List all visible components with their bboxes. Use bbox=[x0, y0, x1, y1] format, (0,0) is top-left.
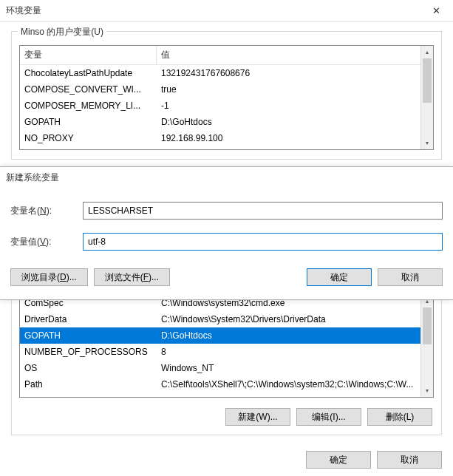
main-footer-buttons: 确定 取消 bbox=[306, 451, 442, 469]
name-input[interactable] bbox=[83, 202, 443, 220]
main-cancel-button[interactable]: 取消 bbox=[377, 451, 442, 469]
scroll-down-icon[interactable]: ▾ bbox=[421, 137, 433, 149]
value-row: 变量值(V): bbox=[0, 233, 453, 251]
scrollbar-vertical[interactable]: ▴ ▾ bbox=[420, 295, 433, 397]
col-header-value[interactable]: 值 bbox=[157, 46, 433, 64]
name-row: 变量名(N): bbox=[0, 202, 453, 220]
scroll-thumb[interactable] bbox=[423, 58, 432, 103]
table-row[interactable]: GOPATHD:\GoHtdocs bbox=[20, 114, 433, 130]
sys-vars-group: ComSpecC:\Windows\system32\cmd.exe Drive… bbox=[11, 294, 442, 435]
table-row[interactable]: ChocolateyLastPathUpdate1321924317676086… bbox=[20, 65, 433, 81]
dialog-buttons: 浏览目录(D)... 浏览文件(F)... 确定 取消 bbox=[0, 268, 453, 286]
browse-file-button[interactable]: 浏览文件(F)... bbox=[94, 268, 170, 286]
user-vars-body: ChocolateyLastPathUpdate1321924317676086… bbox=[20, 65, 433, 146]
browse-dir-button[interactable]: 浏览目录(D)... bbox=[10, 268, 88, 286]
scrollbar-vertical[interactable]: ▴ ▾ bbox=[420, 46, 433, 149]
new-button[interactable]: 新建(W)... bbox=[225, 408, 290, 426]
delete-button[interactable]: 删除(L) bbox=[367, 408, 432, 426]
user-vars-label: Minso 的用户变量(U) bbox=[18, 26, 106, 38]
col-header-name[interactable]: 变量 bbox=[20, 46, 157, 64]
table-row[interactable]: NO_PROXY192.168.99.100 bbox=[20, 130, 433, 146]
value-label: 变量值(V): bbox=[10, 236, 83, 248]
scroll-up-icon[interactable]: ▴ bbox=[421, 46, 433, 58]
name-label: 变量名(N): bbox=[10, 205, 83, 217]
sys-vars-body: ComSpecC:\Windows\system32\cmd.exe Drive… bbox=[20, 295, 433, 392]
edit-button[interactable]: 编辑(I)... bbox=[296, 408, 361, 426]
value-input[interactable] bbox=[83, 233, 443, 251]
window-titlebar: 环境变量 ✕ bbox=[0, 0, 453, 22]
user-vars-group: Minso 的用户变量(U) 变量 值 ChocolateyLastPathUp… bbox=[11, 31, 442, 160]
table-header: 变量 值 bbox=[20, 46, 433, 65]
table-row[interactable]: NUMBER_OF_PROCESSORS8 bbox=[20, 344, 433, 360]
table-row[interactable]: OSWindows_NT bbox=[20, 360, 433, 376]
scroll-thumb[interactable] bbox=[423, 307, 432, 344]
ok-button[interactable]: 确定 bbox=[307, 268, 372, 286]
cancel-button[interactable]: 取消 bbox=[378, 268, 443, 286]
table-row[interactable]: DriverDataC:\Windows\System32\Drivers\Dr… bbox=[20, 311, 433, 327]
table-row[interactable]: GOPATHD:\GoHtdocs bbox=[20, 327, 433, 344]
sys-vars-buttons: 新建(W)... 编辑(I)... 删除(L) bbox=[19, 408, 434, 426]
close-button[interactable]: ✕ bbox=[420, 0, 453, 22]
sys-vars-table[interactable]: ComSpecC:\Windows\system32\cmd.exe Drive… bbox=[19, 294, 434, 398]
user-vars-table[interactable]: 变量 值 ChocolateyLastPathUpdate13219243176… bbox=[19, 45, 434, 150]
table-row[interactable]: PathC:\Self\tools\XShell7\;C:\Windows\sy… bbox=[20, 376, 433, 392]
table-row[interactable]: COMPOSER_MEMORY_LI...-1 bbox=[20, 98, 433, 114]
main-ok-button[interactable]: 确定 bbox=[306, 451, 371, 469]
window-title: 环境变量 bbox=[6, 4, 41, 17]
dialog-title: 新建系统变量 bbox=[0, 167, 453, 188]
close-icon: ✕ bbox=[432, 5, 440, 16]
new-sysvar-dialog: 新建系统变量 变量名(N): 变量值(V): 浏览目录(D)... 浏览文件(F… bbox=[0, 166, 453, 300]
table-row[interactable]: COMPOSE_CONVERT_WI...true bbox=[20, 81, 433, 98]
scroll-down-icon[interactable]: ▾ bbox=[421, 384, 433, 397]
